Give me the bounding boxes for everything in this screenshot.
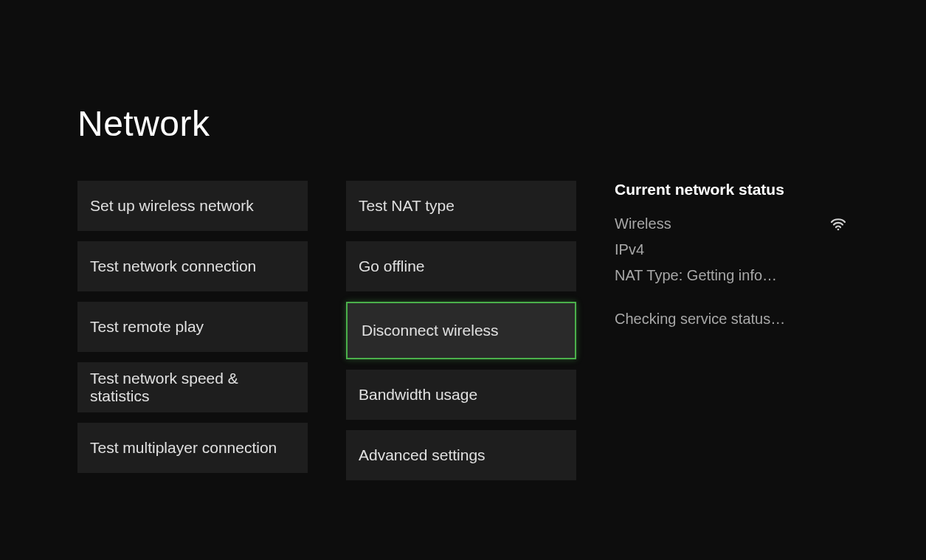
menu-label: Bandwidth usage: [359, 386, 477, 404]
go-offline-button[interactable]: Go offline: [346, 241, 576, 291]
setup-wireless-button[interactable]: Set up wireless network: [77, 181, 308, 231]
test-multiplayer-button[interactable]: Test multiplayer connection: [77, 423, 308, 473]
menu-column-2: Test NAT type Go offline Disconnect wire…: [346, 181, 576, 480]
menu-label: Disconnect wireless: [362, 322, 499, 339]
test-network-connection-button[interactable]: Test network connection: [77, 241, 308, 291]
page-title: Network: [77, 103, 849, 144]
test-nat-type-button[interactable]: Test NAT type: [346, 181, 576, 231]
menu-label: Advanced settings: [359, 446, 486, 464]
connection-type-label: Wireless: [615, 215, 671, 232]
menu-label: Test multiplayer connection: [90, 439, 277, 457]
content-area: Set up wireless network Test network con…: [77, 181, 849, 480]
svg-point-0: [837, 229, 840, 231]
nat-type-label: NAT Type: Getting info…: [615, 267, 847, 284]
menu-label: Set up wireless network: [90, 197, 254, 215]
menu-label: Test remote play: [90, 318, 204, 336]
ip-version-label: IPv4: [615, 241, 847, 258]
wifi-icon: [829, 215, 847, 232]
test-speed-statistics-button[interactable]: Test network speed & statistics: [77, 362, 308, 412]
status-panel: Current network status Wireless IPv4 NAT…: [615, 181, 847, 480]
menu-label: Test network connection: [90, 257, 256, 275]
menu-label: Test NAT type: [359, 197, 455, 215]
disconnect-wireless-button[interactable]: Disconnect wireless: [346, 302, 576, 359]
connection-type-row: Wireless: [615, 215, 847, 232]
menu-label: Go offline: [359, 257, 425, 275]
bandwidth-usage-button[interactable]: Bandwidth usage: [346, 370, 576, 420]
advanced-settings-button[interactable]: Advanced settings: [346, 430, 576, 480]
status-title: Current network status: [615, 181, 847, 198]
menu-column-1: Set up wireless network Test network con…: [77, 181, 308, 480]
menu-label: Test network speed & statistics: [90, 370, 295, 405]
service-status-label: Checking service status…: [615, 311, 847, 328]
test-remote-play-button[interactable]: Test remote play: [77, 302, 308, 352]
